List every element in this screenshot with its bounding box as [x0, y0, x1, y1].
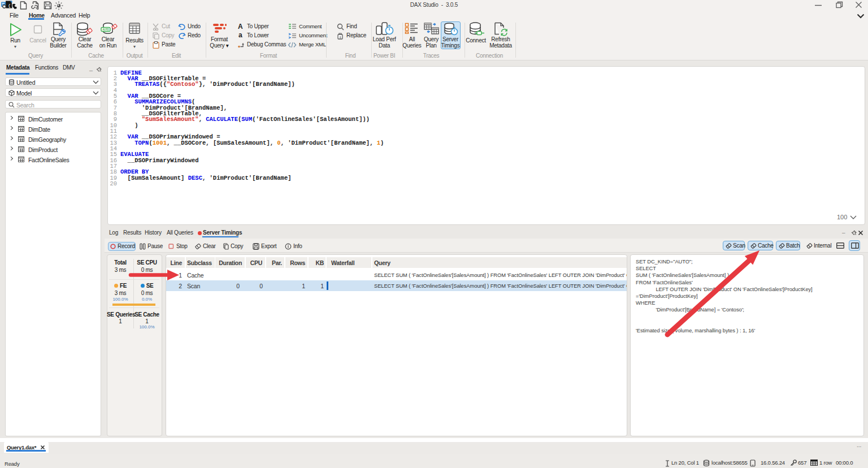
svg-text:AUTO: AUTO [102, 28, 109, 31]
